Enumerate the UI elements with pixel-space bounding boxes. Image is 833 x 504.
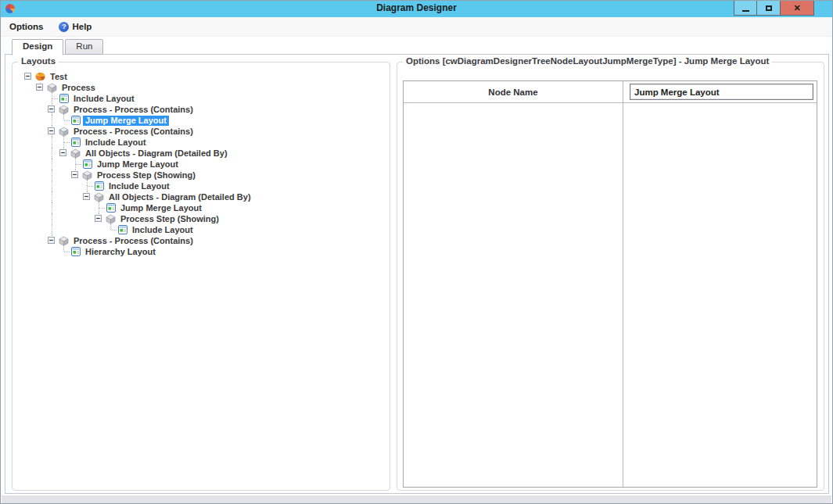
collapse-icon[interactable]: − [36,84,43,91]
tree-node[interactable]: −Process [23,82,386,93]
tree-expander[interactable]: − [58,148,70,159]
tree-guide [34,181,46,191]
tree-guide [46,159,58,170]
maximize-button[interactable] [757,1,781,16]
menu-item-help[interactable]: ? Help [59,22,92,32]
collapse-icon[interactable]: − [95,215,102,222]
cube-icon [81,170,93,181]
tree-guide [58,181,70,191]
layout-icon [117,224,128,235]
tree-node-label[interactable]: Test [48,72,70,82]
help-label: Help [72,22,92,31]
tree-connector [81,181,93,191]
tab-design[interactable]: Design [12,39,63,55]
title-bar[interactable]: Diagram Designer ✕ [1,1,832,17]
tree-node-label[interactable]: All Objects - Diagram (Detailed By) [83,148,230,159]
tree-guide [46,224,58,235]
menu-item-options[interactable]: Options [9,22,43,31]
tree-node-label[interactable]: Process - Process (Contains) [71,236,196,246]
tree-node-label[interactable]: All Objects - Diagram (Detailed By) [106,192,253,202]
tree-node-label[interactable]: Process Step (Showing) [118,214,221,224]
tree-node[interactable]: −Process Step (Showing) [23,170,386,181]
tree-node-label[interactable]: Process Step (Showing) [95,170,198,181]
tree-guide [23,148,34,159]
tree-node-label[interactable]: Include Layout [71,94,137,104]
node-name-input[interactable] [630,84,813,100]
collapse-icon[interactable]: − [48,237,55,244]
tree-node[interactable]: Include Layout [23,93,386,104]
tree-node-label[interactable]: Process - Process (Contains) [71,105,196,115]
tree-guide [23,181,34,191]
layout-icon [70,137,81,148]
collapse-icon[interactable]: − [48,105,55,113]
tree-node-label[interactable]: Include Layout [106,181,172,191]
table-body-left [404,103,623,487]
tree-expander[interactable]: − [93,213,105,224]
tree-node-label[interactable]: Hierarchy Layout [83,247,158,257]
tree-guide [34,115,46,126]
tree-node-label[interactable]: Jump Merge Layout [83,116,169,126]
tree-expander[interactable]: − [70,170,81,181]
tree-guide [46,202,58,213]
tree-guide [23,224,34,235]
tree-guide [23,82,34,93]
tree-connector [58,246,70,257]
tree-node[interactable]: −All Objects - Diagram (Detailed By) [23,191,386,202]
close-button[interactable]: ✕ [781,1,814,16]
tree-guide [23,104,34,115]
tree-node[interactable]: −Process - Process (Contains) [23,235,386,246]
tree-guide [81,202,93,213]
tree-guide [34,170,46,181]
tree-guide [23,202,34,213]
tree-connector [105,224,117,235]
node-name-value-cell [623,81,817,103]
tree-node[interactable]: Hierarchy Layout [23,246,386,257]
tree-node-label[interactable]: Jump Merge Layout [118,203,204,213]
tree-node[interactable]: −Test [23,71,386,82]
options-group-label: Options [cwDiagramDesignerTreeNodeLayout… [403,56,772,66]
collapse-icon[interactable]: − [71,171,78,178]
tree-node[interactable]: Jump Merge Layout [23,202,386,213]
tree-guide [81,213,93,224]
collapse-icon[interactable]: − [59,149,66,156]
tree-node-label[interactable]: Process [59,83,98,93]
cube-icon [46,82,58,93]
tree-guide [34,104,46,115]
tree-guide [23,191,34,202]
tab-strip: Design Run [12,39,105,55]
tree-guide [34,93,46,104]
collapse-icon[interactable]: − [48,127,55,134]
tree-guide [23,115,34,126]
tree-guide [23,159,34,170]
tree-guide [23,246,34,257]
window-title: Diagram Designer [1,2,832,13]
design-tab-page: Layouts −Test−ProcessInclude Layout−Proc… [5,54,829,494]
collapse-icon[interactable]: − [83,193,90,200]
collapse-icon[interactable]: − [24,73,31,80]
tree-expander[interactable]: − [81,191,93,202]
tree-node[interactable]: Include Layout [23,224,386,235]
tree-node[interactable]: −All Objects - Diagram (Detailed By) [23,148,386,159]
tree-expander[interactable]: − [46,235,58,246]
tree-node-label[interactable]: Include Layout [83,138,149,148]
tree-node[interactable]: −Process - Process (Contains) [23,126,386,137]
tree-expander[interactable]: − [46,104,58,115]
tree-node-label[interactable]: Process - Process (Contains) [71,127,196,137]
tree-node[interactable]: −Process - Process (Contains) [23,104,386,115]
tree-node[interactable]: −Process Step (Showing) [23,213,386,224]
tab-run[interactable]: Run [65,39,103,55]
tree-node-label[interactable]: Include Layout [130,225,196,235]
tree-expander[interactable]: − [23,71,34,82]
tree-expander[interactable]: − [46,126,58,137]
tree-expander[interactable]: − [34,82,46,93]
tree-node[interactable]: Jump Merge Layout [23,115,386,126]
tree-node[interactable]: Include Layout [23,181,386,191]
tree-node[interactable]: Jump Merge Layout [23,159,386,170]
tree-node[interactable]: Include Layout [23,137,386,148]
minimize-button[interactable] [734,1,757,16]
tree-guide [34,126,46,137]
tree-node-label[interactable]: Jump Merge Layout [95,159,181,170]
tree-guide [58,213,70,224]
tree-guide [81,224,93,235]
tree-guide [70,191,81,202]
